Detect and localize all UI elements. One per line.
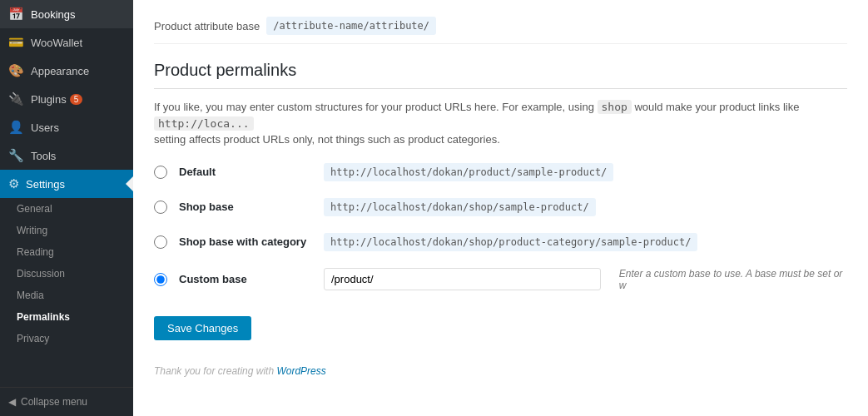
description-text2: would make your product links like <box>634 101 799 113</box>
attr-base-label: Product attribute base <box>154 20 260 32</box>
description-code: shop <box>598 100 632 114</box>
custom-base-input[interactable] <box>324 268 601 290</box>
permalink-option-shop-base: Shop base http://localhost/dokan/shop/sa… <box>154 198 847 216</box>
label-default: Default <box>179 166 312 178</box>
woowallet-icon: 💳 <box>8 35 24 50</box>
url-shop-base: http://localhost/dokan/shop/sample-produ… <box>324 198 596 216</box>
plugins-badge: 5 <box>70 94 83 105</box>
sidebar-item-label: WooWallet <box>31 37 82 49</box>
radio-custom-base[interactable] <box>154 273 167 286</box>
radio-shop-base-category[interactable] <box>154 235 167 249</box>
sidebar-item-label: Users <box>31 121 59 134</box>
radio-shop-base[interactable] <box>154 201 167 214</box>
sidebar-item-tools[interactable]: 🔧 Tools <box>0 141 133 170</box>
collapse-label: Collapse menu <box>21 396 87 408</box>
submenu-item-discussion[interactable]: Discussion <box>0 263 133 285</box>
users-icon: 👤 <box>8 120 24 135</box>
plugins-icon: 🔌 <box>8 92 24 106</box>
description-text3: setting affects product URLs only, not t… <box>154 133 500 146</box>
thank-you-label: Thank you for creating with <box>154 365 274 377</box>
sidebar-item-appearance[interactable]: 🎨 Appearance <box>0 57 133 85</box>
save-changes-button[interactable]: Save Changes <box>154 316 251 340</box>
label-shop-base: Shop base <box>179 201 312 213</box>
sidebar: 📅 Bookings 💳 WooWallet 🎨 Appearance 🔌 Pl… <box>0 0 133 416</box>
permalink-option-shop-base-category: Shop base with category http://localhost… <box>154 233 847 251</box>
attribute-base-row: Product attribute base /attribute-name/a… <box>154 17 847 44</box>
sidebar-item-settings[interactable]: ⚙ Settings <box>0 170 133 198</box>
bookings-icon: 📅 <box>8 7 24 22</box>
sidebar-item-woowallet[interactable]: 💳 WooWallet <box>0 28 133 57</box>
wordpress-link[interactable]: WordPress <box>276 365 325 377</box>
section-title: Product permalinks <box>154 61 847 89</box>
permalink-option-default: Default http://localhost/dokan/product/s… <box>154 163 847 181</box>
submenu-item-privacy[interactable]: Privacy <box>0 328 133 349</box>
url-shop-base-category: http://localhost/dokan/shop/product-cate… <box>324 233 697 251</box>
submenu-item-writing[interactable]: Writing <box>0 220 133 241</box>
sidebar-item-label: Bookings <box>31 8 75 21</box>
label-shop-base-category: Shop base with category <box>179 235 312 248</box>
section-description: If you like, you may enter custom struct… <box>154 99 847 148</box>
radio-default[interactable] <box>154 166 167 179</box>
sidebar-item-label: Settings <box>26 178 65 191</box>
sidebar-item-label: Plugins <box>31 93 67 106</box>
submenu-item-permalinks[interactable]: Permalinks <box>0 306 133 328</box>
settings-icon: ⚙ <box>8 176 19 191</box>
sidebar-item-label: Appearance <box>31 65 89 77</box>
description-text: If you like, you may enter custom struct… <box>154 101 594 113</box>
sidebar-item-plugins[interactable]: 🔌 Plugins 5 <box>0 85 133 113</box>
tools-icon: 🔧 <box>8 148 24 163</box>
main-content: Product attribute base /attribute-name/a… <box>133 0 868 416</box>
collapse-icon: ◀ <box>8 396 16 408</box>
collapse-menu-button[interactable]: ◀ Collapse menu <box>0 387 133 416</box>
label-custom-base: Custom base <box>179 273 312 285</box>
submenu-item-media[interactable]: Media <box>0 285 133 306</box>
url-default: http://localhost/dokan/product/sample-pr… <box>324 163 613 181</box>
sidebar-item-bookings[interactable]: 📅 Bookings <box>0 0 133 28</box>
custom-base-hint: Enter a custom base to use. A base must … <box>619 268 847 291</box>
attr-base-url: /attribute-name/attribute/ <box>266 17 436 35</box>
sidebar-item-users[interactable]: 👤 Users <box>0 113 133 141</box>
thank-you-text: Thank you for creating with WordPress <box>154 365 847 377</box>
submenu-item-reading[interactable]: Reading <box>0 241 133 263</box>
description-url: http://loca... <box>154 116 254 131</box>
submenu-item-general[interactable]: General <box>0 198 133 220</box>
permalink-option-custom-base: Custom base Enter a custom base to use. … <box>154 268 847 291</box>
sidebar-item-label: Tools <box>31 150 56 162</box>
appearance-icon: 🎨 <box>8 63 24 78</box>
